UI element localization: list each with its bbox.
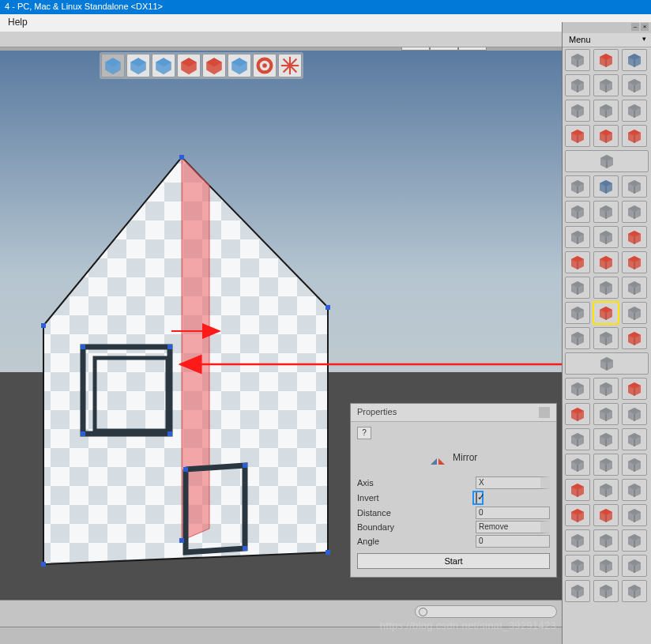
col-1-button[interactable] <box>593 403 619 425</box>
cone-red-button[interactable] <box>622 226 647 248</box>
tool-x-button[interactable] <box>565 580 590 602</box>
axis-red-button[interactable] <box>565 504 590 526</box>
vertex-mode-btn[interactable] <box>126 54 150 77</box>
settings-btn[interactable] <box>253 54 277 77</box>
tool-y-button[interactable] <box>593 580 619 602</box>
axis-gizmo-button[interactable] <box>622 479 647 501</box>
rotate-button[interactable] <box>565 454 590 476</box>
face-mode-btn[interactable] <box>177 54 201 77</box>
col-3-button[interactable] <box>622 428 647 450</box>
shape-a-button[interactable] <box>565 555 590 577</box>
cyl-b-button[interactable] <box>593 555 619 577</box>
cyl-gray-button[interactable] <box>622 454 647 476</box>
mirror-icon <box>430 450 446 466</box>
shape-poly-button[interactable] <box>622 49 647 71</box>
prim-sphere-button[interactable] <box>622 74 647 96</box>
tool-z-button[interactable] <box>622 580 647 602</box>
cylinder-vert-button[interactable] <box>593 201 619 223</box>
menu-dropdown[interactable]: Menu <box>563 33 651 47</box>
box-dark-button[interactable] <box>622 175 647 198</box>
prim-cylinder-button[interactable] <box>593 74 619 96</box>
svg-marker-24 <box>438 458 445 465</box>
edge-gray-button[interactable] <box>593 378 619 400</box>
box-gray-button[interactable] <box>565 175 590 198</box>
svg-rect-7 <box>41 323 46 328</box>
arrows-red-button[interactable] <box>565 479 590 501</box>
curve-line-button[interactable] <box>593 100 619 122</box>
tex-1-button[interactable] <box>565 529 590 552</box>
distance-field[interactable]: 0 <box>476 507 550 519</box>
blank-button[interactable] <box>622 504 647 526</box>
angle-field[interactable]: 0 <box>476 535 550 548</box>
sphere-gray-button[interactable] <box>593 226 619 248</box>
shape-c-button[interactable] <box>622 555 647 577</box>
stairs-red-button[interactable] <box>622 327 647 349</box>
block-1-button[interactable] <box>565 327 590 349</box>
minimize-icon[interactable]: – <box>631 23 639 31</box>
menu-help[interactable]: Help <box>8 17 28 28</box>
bar-button[interactable] <box>593 454 619 476</box>
axis-row: Axis X <box>357 476 550 490</box>
close-panel-icon[interactable]: × <box>641 23 649 31</box>
angle-label: Angle <box>357 537 476 546</box>
scene-viewport[interactable]: Properties ? Mirror Axis X Invert <box>0 51 562 604</box>
stairs-button[interactable] <box>565 201 590 223</box>
disc-down-button[interactable] <box>565 428 590 450</box>
tool-header: Mirror <box>357 444 550 476</box>
bevel-3-button[interactable] <box>622 277 647 299</box>
mirror-red-button[interactable] <box>593 302 619 324</box>
boundary-select[interactable]: Remove <box>476 521 550 533</box>
prim-cube-button[interactable] <box>565 74 590 96</box>
extrude-up-button[interactable] <box>565 251 590 273</box>
object-mode-btn[interactable] <box>101 54 125 77</box>
single-cube-button[interactable] <box>565 352 649 375</box>
eraser-button[interactable] <box>565 378 590 400</box>
svg-rect-9 <box>326 305 330 310</box>
mirror-tool-button[interactable] <box>565 302 590 324</box>
face-sel-btn[interactable] <box>202 54 226 77</box>
bevel-1-button[interactable] <box>565 277 590 299</box>
help-button[interactable]: ? <box>357 427 371 439</box>
invert-checkbox[interactable] <box>476 492 477 503</box>
col-2-button[interactable] <box>622 403 647 425</box>
bezier-pen-button[interactable] <box>565 100 590 122</box>
shape-cube-red-button[interactable] <box>593 49 619 71</box>
block-side-button[interactable] <box>593 428 619 450</box>
add-btn[interactable] <box>228 54 251 77</box>
svg-rect-10 <box>326 550 330 555</box>
block-2-button[interactable] <box>593 327 619 349</box>
box-blue-button[interactable] <box>593 175 619 198</box>
step-red-button[interactable] <box>593 504 619 526</box>
spiral-button[interactable] <box>622 302 647 324</box>
axis-select[interactable]: X <box>476 476 550 489</box>
curve-arc-button[interactable] <box>622 100 647 122</box>
edge-mode-btn[interactable] <box>152 54 175 77</box>
invert-highlight <box>472 491 484 505</box>
expand-red-button[interactable] <box>622 125 647 147</box>
graph-red-button[interactable] <box>622 378 647 400</box>
tex-2-button[interactable] <box>593 529 619 552</box>
tex-3-button[interactable] <box>622 529 647 552</box>
bars-button[interactable] <box>593 479 619 501</box>
scale-red-button[interactable] <box>565 125 590 147</box>
extrude-side-button[interactable] <box>593 251 619 273</box>
properties-title-bar[interactable]: Properties <box>351 404 556 422</box>
center-btn[interactable] <box>278 54 302 77</box>
house-model[interactable] <box>32 126 348 568</box>
disc-red-button[interactable] <box>593 125 619 147</box>
properties-panel: Properties ? Mirror Axis X Invert <box>350 403 557 578</box>
list-red-button[interactable] <box>565 403 590 425</box>
search-input[interactable] <box>415 605 557 618</box>
svg-rect-13 <box>81 345 85 349</box>
close-icon[interactable] <box>539 407 550 418</box>
shape-cube-button[interactable] <box>565 49 590 71</box>
bevel-2-button[interactable] <box>593 277 619 299</box>
fan-button[interactable] <box>565 226 590 248</box>
svg-rect-16 <box>167 431 172 436</box>
start-button[interactable]: Start <box>357 553 550 569</box>
cone-button[interactable] <box>622 201 647 223</box>
invert-row: Invert <box>357 490 550 506</box>
line-tool-button[interactable] <box>565 150 649 172</box>
svg-rect-8 <box>179 155 184 160</box>
extrude-both-button[interactable] <box>622 251 647 273</box>
